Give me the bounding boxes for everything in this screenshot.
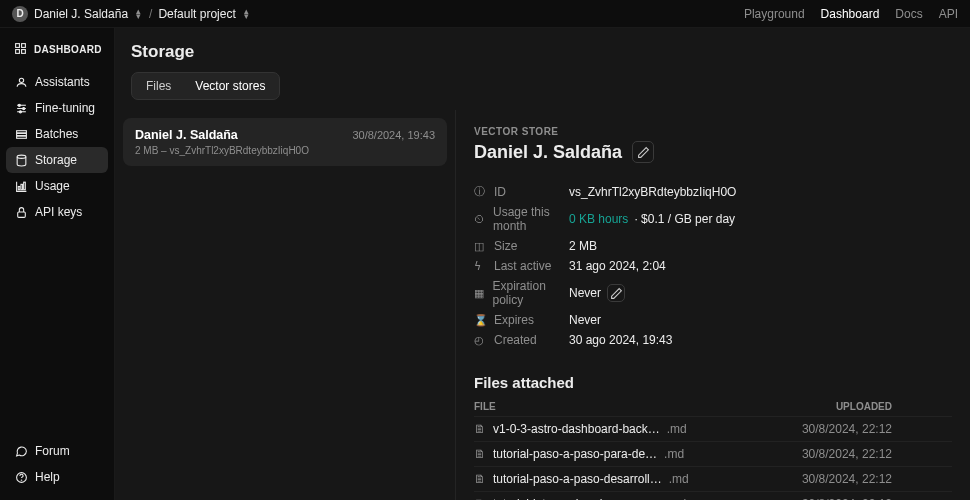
detail-eyebrow: VECTOR STORE xyxy=(474,126,952,137)
project-name[interactable]: Default project xyxy=(158,7,235,21)
svg-rect-1 xyxy=(22,44,26,48)
meta-row-last-active: ϟLast active 31 ago 2024, 2:04 xyxy=(474,256,952,276)
svg-rect-11 xyxy=(16,130,26,132)
files-section-title: Files attached xyxy=(474,374,952,391)
tab-vector-stores[interactable]: Vector stores xyxy=(183,75,277,97)
store-card-time: 30/8/2024, 19:43 xyxy=(352,129,435,141)
svg-point-20 xyxy=(21,479,22,480)
store-card[interactable]: Daniel J. Saldaña 30/8/2024, 19:43 2 MB … xyxy=(123,118,447,166)
nav-api[interactable]: API xyxy=(939,7,958,21)
calendar-icon: ▦ xyxy=(474,287,485,300)
file-name: 🗎tutorial-paso-a-paso-para-de….md xyxy=(474,447,684,461)
file-name: 🗎tutorial-paso-a-paso-desarroll….md xyxy=(474,472,689,486)
org-switcher-icon[interactable]: ▴▾ xyxy=(134,9,143,19)
detail-title-text: Daniel J. Saldaña xyxy=(474,142,622,163)
top-header: D Daniel J. Saldaña ▴▾ / Default project… xyxy=(0,0,970,28)
meta-row-id: ⓘID vs_ZvhrTl2xyBRdteybbzIiqH0O xyxy=(474,181,952,202)
meta-row-expiration: ▦Expiration policy Never xyxy=(474,276,952,310)
svg-point-8 xyxy=(18,104,20,106)
tabs: Files Vector stores xyxy=(131,72,280,100)
file-row[interactable]: 🗎tutorial-paso-a-paso-desarroll….md30/8/… xyxy=(474,466,952,491)
svg-rect-17 xyxy=(23,182,25,190)
sidebar-item-api-keys[interactable]: API keys xyxy=(6,199,108,225)
edit-expiration-button[interactable] xyxy=(607,284,625,302)
meta-label: Last active xyxy=(494,259,551,273)
file-date: 30/8/2024, 22:12 xyxy=(802,447,952,461)
fine-tuning-icon xyxy=(14,101,28,115)
meta-value-usage: 0 KB hours · $0.1 / GB per day xyxy=(569,212,735,226)
avatar[interactable]: D xyxy=(12,6,28,22)
nav-dashboard[interactable]: Dashboard xyxy=(821,7,880,21)
store-list: Daniel J. Saldaña 30/8/2024, 19:43 2 MB … xyxy=(115,110,455,500)
sidebar-item-label: API keys xyxy=(35,205,82,219)
sidebar-item-label: Forum xyxy=(35,444,70,458)
forum-icon xyxy=(14,444,28,458)
sidebar-section-text: DASHBOARD xyxy=(34,44,102,55)
svg-rect-15 xyxy=(18,186,20,189)
sidebar-item-label: Fine-tuning xyxy=(35,101,95,115)
meta-label: Usage this month xyxy=(493,205,569,233)
file-date: 30/8/2024, 22:12 xyxy=(802,422,952,436)
sidebar-item-fine-tuning[interactable]: Fine-tuning xyxy=(6,95,108,121)
files-table-body: 🗎v1-0-3-astro-dashboard-back….md30/8/202… xyxy=(474,416,952,500)
meta-value-expiration: Never xyxy=(569,284,625,302)
dashboard-icon xyxy=(14,42,27,57)
meta-label: Expiration policy xyxy=(493,279,570,307)
store-card-title: Daniel J. Saldaña xyxy=(135,128,238,142)
file-icon: 🗎 xyxy=(474,447,486,461)
sidebar-item-label: Batches xyxy=(35,127,78,141)
file-row[interactable]: 🗎tutorial-integracion-de-azure-….md30/8/… xyxy=(474,491,952,500)
edit-title-button[interactable] xyxy=(632,141,654,163)
usage-icon: ⏲ xyxy=(474,213,485,225)
svg-rect-16 xyxy=(20,184,22,189)
detail-title: Daniel J. Saldaña xyxy=(474,141,952,163)
header-nav: Playground Dashboard Docs API xyxy=(744,7,958,21)
size-icon: ◫ xyxy=(474,240,486,253)
nav-playground[interactable]: Playground xyxy=(744,7,805,21)
breadcrumb: D Daniel J. Saldaña ▴▾ / Default project… xyxy=(12,6,251,22)
svg-rect-0 xyxy=(16,44,20,48)
project-switcher-icon[interactable]: ▴▾ xyxy=(242,9,251,19)
svg-rect-3 xyxy=(22,50,26,54)
file-icon: 🗎 xyxy=(474,472,486,486)
clock-icon: ◴ xyxy=(474,334,486,347)
assistants-icon xyxy=(14,75,28,89)
batches-icon xyxy=(14,127,28,141)
page-title: Storage xyxy=(131,42,954,62)
sidebar-item-forum[interactable]: Forum xyxy=(6,438,108,464)
svg-point-9 xyxy=(22,107,24,109)
sidebar-item-storage[interactable]: Storage xyxy=(6,147,108,173)
sidebar-item-batches[interactable]: Batches xyxy=(6,121,108,147)
svg-point-10 xyxy=(19,110,21,112)
nav-docs[interactable]: Docs xyxy=(895,7,922,21)
sidebar-item-label: Assistants xyxy=(35,75,90,89)
meta-value-size: 2 MB xyxy=(569,239,597,253)
sidebar-item-usage[interactable]: Usage xyxy=(6,173,108,199)
sidebar-item-help[interactable]: Help xyxy=(6,464,108,490)
meta-row-size: ◫Size 2 MB xyxy=(474,236,952,256)
svg-rect-18 xyxy=(17,211,25,216)
storage-icon xyxy=(14,153,28,167)
file-name: 🗎v1-0-3-astro-dashboard-back….md xyxy=(474,422,687,436)
meta-row-expires: ⌛Expires Never xyxy=(474,310,952,330)
svg-rect-13 xyxy=(16,136,26,138)
tab-files[interactable]: Files xyxy=(134,75,183,97)
file-row[interactable]: 🗎v1-0-3-astro-dashboard-back….md30/8/202… xyxy=(474,416,952,441)
pencil-icon xyxy=(610,287,623,300)
sidebar-section-label[interactable]: DASHBOARD xyxy=(6,38,108,61)
file-row[interactable]: 🗎tutorial-paso-a-paso-para-de….md30/8/20… xyxy=(474,441,952,466)
meta-value-created: 30 ago 2024, 19:43 xyxy=(569,333,672,347)
svg-rect-12 xyxy=(16,133,26,135)
lock-icon xyxy=(14,205,28,219)
store-card-sub: 2 MB – vs_ZvhrTl2xyBRdteybbzIiqH0O xyxy=(135,145,435,156)
id-icon: ⓘ xyxy=(474,184,486,199)
usage-icon xyxy=(14,179,28,193)
meta-label: Size xyxy=(494,239,517,253)
expires-icon: ⌛ xyxy=(474,314,486,327)
sidebar-item-label: Help xyxy=(35,470,60,484)
meta-row-usage: ⏲Usage this month 0 KB hours · $0.1 / GB… xyxy=(474,202,952,236)
sidebar: DASHBOARD Assistants Fine-tuning Batches… xyxy=(0,28,115,500)
breadcrumb-separator: / xyxy=(149,7,152,21)
org-name[interactable]: Daniel J. Saldaña xyxy=(34,7,128,21)
sidebar-item-assistants[interactable]: Assistants xyxy=(6,69,108,95)
